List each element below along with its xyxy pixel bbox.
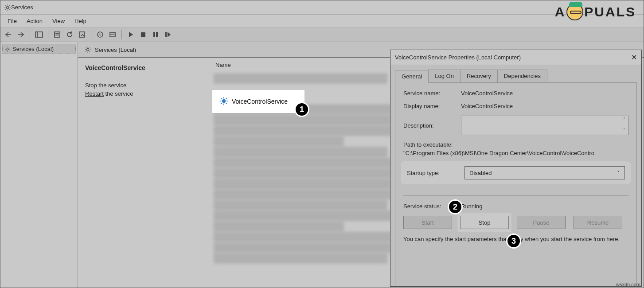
menu-help[interactable]: Help [70,16,91,26]
svg-point-15 [7,48,9,50]
value-service-name: VoiceControlService [461,90,628,97]
svg-rect-3 [55,32,60,37]
services-app-icon [4,4,11,11]
gear-icon [84,46,91,53]
dialog-titlebar: VoiceControlService Properties (Local Co… [390,50,641,65]
panel-title: Services (Local) [95,47,136,53]
refresh-button[interactable] [64,29,75,40]
start-button[interactable]: Start [403,216,452,229]
window-title: Services [11,4,33,11]
startup-type-dropdown[interactable]: Disabled ˅ [464,166,625,179]
label-display-name: Display name: [403,103,461,109]
logo-mascot-icon [566,4,583,20]
tree-node-label: Services (Local) [12,46,54,52]
svg-rect-14 [165,32,167,37]
list-item-voicecontrolservice[interactable]: VoiceControlService [214,92,303,111]
show-hide-tree-button[interactable] [34,29,44,40]
svg-rect-13 [156,32,158,37]
pause-button[interactable]: Pause [517,216,566,229]
dialog-title: VoiceControlService Properties (Local Co… [395,54,521,61]
chevron-down-icon: ˅ [617,170,620,176]
svg-point-17 [222,99,226,102]
tab-log-on[interactable]: Log On [428,70,461,82]
annotation-badge-1: 1 [294,102,309,117]
menubar: File Action View Help [0,15,644,27]
value-display-name: VoiceControlService [461,103,628,109]
list-item[interactable] [214,200,387,210]
tab-dependencies[interactable]: Dependencies [497,70,547,82]
svg-text:?: ? [99,33,101,37]
list-item[interactable] [214,147,387,157]
startup-type-value: Disabled [469,170,492,176]
snapin-button[interactable] [107,29,118,40]
value-path: "C:\Program Files (x86)\MSI\One Dragon C… [403,150,628,156]
pause-service-button[interactable] [150,29,161,40]
toolbar-separator [48,30,48,39]
resume-button[interactable]: Resume [574,216,622,229]
titlebar: Services [0,0,644,15]
label-startup-type: Startup type: [407,170,464,176]
menu-action[interactable]: Action [22,16,47,26]
help-button[interactable]: ? [95,29,105,40]
label-path: Path to executable: [403,141,628,148]
label-service-name: Service name: [403,90,461,97]
tree-node-services-local[interactable]: Services (Local) [2,44,76,54]
svg-rect-12 [153,32,155,37]
tab-general[interactable]: General [395,70,429,83]
start-service-button[interactable] [125,29,136,40]
label-description: Description: [403,122,461,129]
stop-button[interactable]: Stop [460,216,509,229]
gear-icon [4,46,11,52]
console-tree: Services (Local) [0,42,78,288]
properties-button[interactable] [52,29,62,40]
value-service-status: Running [461,203,628,210]
svg-rect-9 [110,32,115,37]
list-item[interactable] [214,253,387,264]
toolbar: ? [0,27,644,42]
appuals-logo: A PUALS [555,4,636,20]
list-item[interactable] [214,221,344,232]
scroll-up-icon[interactable]: ˄ [621,117,627,123]
list-item[interactable] [214,73,387,84]
annotation-badge-2: 2 [448,199,463,214]
service-icon [219,97,228,107]
annotation-badge-3: 3 [506,234,521,249]
toolbar-separator [91,30,91,39]
image-credit: wsxdn.com [616,282,640,287]
service-properties-dialog: VoiceControlService Properties (Local Co… [390,50,642,287]
tab-panel-general: Service name: VoiceControlService Displa… [395,82,637,286]
restart-service-link[interactable]: Restart [85,90,104,97]
menu-view[interactable]: View [48,16,69,26]
nav-back-button[interactable] [3,29,14,40]
svg-rect-11 [141,32,145,37]
restart-suffix: the service [104,90,133,97]
divider [403,195,628,196]
svg-point-0 [6,6,8,8]
list-item[interactable] [214,136,344,147]
close-button[interactable]: ✕ [631,53,637,62]
svg-point-16 [86,48,89,51]
stop-suffix: the service [97,82,126,89]
stop-service-link[interactable]: Stop [85,82,97,89]
extended-detail-pane: VoiceControlService Stop the service Res… [78,58,209,288]
tab-recovery[interactable]: Recovery [460,70,498,82]
toolbar-separator [121,30,122,39]
toolbar-separator [30,30,30,39]
scroll-down-icon[interactable]: ˅ [621,128,627,134]
selected-service-name: VoiceControlService [85,64,202,71]
menu-file[interactable]: File [3,16,21,26]
dialog-tabs: General Log On Recovery Dependencies [390,65,641,82]
description-box[interactable]: ˄ ˅ [461,116,628,135]
nav-forward-button[interactable] [16,29,26,40]
restart-service-button[interactable] [163,29,173,40]
stop-service-button[interactable] [138,29,148,40]
svg-rect-1 [35,32,43,37]
service-row-label: VoiceControlService [232,98,288,105]
export-list-button[interactable] [77,29,87,40]
